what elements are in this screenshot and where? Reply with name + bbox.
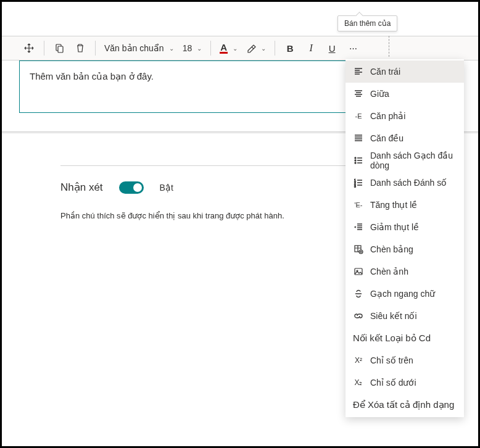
number-list-icon: 123: [353, 178, 364, 188]
separator: [275, 41, 275, 56]
outdent-icon: [353, 222, 364, 232]
font-size-dropdown[interactable]: 18 ⌄: [179, 38, 206, 58]
menu-label: Giảm thụt lề: [370, 222, 419, 232]
more-button[interactable]: ⋯: [343, 38, 363, 58]
text-editor[interactable]: Thêm văn bản của bạn ở đây.: [19, 60, 357, 113]
chevron-down-icon: ⌄: [261, 45, 266, 52]
menu-justify[interactable]: Căn đều: [346, 127, 464, 149]
menu-label: Căn trái: [370, 67, 400, 77]
image-icon: [353, 267, 364, 276]
menu-label: Giữa: [370, 89, 389, 99]
subscript-icon: X₂: [353, 378, 364, 387]
menu-align-right[interactable]: -E Căn phải: [346, 105, 464, 127]
menu-label: Siêu kết nối: [370, 311, 417, 321]
align-right-icon: -E: [353, 112, 364, 120]
menu-bullet-list[interactable]: Danh sách Gạch đầu dòng: [346, 149, 464, 172]
chevron-down-icon: ⌄: [197, 45, 202, 52]
menu-label: Danh sách Đánh số: [370, 178, 447, 188]
comments-section: Nhận xét Bật Phần chú thích sẽ được hiển…: [60, 165, 355, 220]
font-size-value: 18: [183, 43, 192, 53]
menu-insert-image[interactable]: Chèn ảnh: [346, 260, 464, 283]
svg-rect-10: [355, 268, 362, 275]
align-center-icon: [353, 89, 364, 99]
justify-icon: [353, 133, 364, 143]
svg-point-4: [355, 162, 356, 164]
page-dash: [389, 36, 389, 57]
menu-number-list[interactable]: 123 Danh sách Đánh số: [346, 172, 464, 194]
menu-label: Nối kết Loại bỏ Cd: [353, 333, 431, 344]
comments-title: Nhận xét: [60, 181, 103, 194]
indent-icon: 'E-: [353, 201, 364, 209]
chevron-down-icon: ⌄: [233, 45, 238, 52]
menu-align-center[interactable]: Giữa: [346, 83, 464, 105]
menu-label: Gạch ngang chữ: [370, 289, 435, 299]
italic-button[interactable]: I: [301, 38, 321, 58]
menu-clear-format[interactable]: Để Xóa tất cả định dạng: [346, 394, 464, 416]
separator: [95, 41, 96, 56]
menu-align-left[interactable]: Căn trái: [346, 60, 464, 83]
strikethrough-icon: [353, 289, 364, 299]
font-color-dropdown[interactable]: A ⌄: [216, 38, 241, 58]
chevron-down-icon: ⌄: [169, 45, 174, 52]
highlight-icon: [246, 43, 256, 53]
menu-label: Danh sách Gạch đầu dòng: [370, 151, 457, 170]
table-icon: [353, 244, 364, 254]
link-icon: [353, 311, 364, 321]
font-color-icon: A: [220, 43, 228, 54]
toolbar: Văn bản chuẩn ⌄ 18 ⌄ A ⌄ ⌄ B I U ⋯: [2, 36, 478, 60]
editor-placeholder: Thêm văn bản của bạn ở đây.: [30, 71, 347, 82]
comments-note: Phần chú thích sẽ được hiển thị sau khi …: [60, 211, 355, 220]
menu-insert-table[interactable]: Chèn bảng: [346, 238, 464, 260]
menu-outdent[interactable]: Giảm thụt lề: [346, 216, 464, 238]
svg-rect-1: [58, 46, 63, 52]
underline-button[interactable]: U: [322, 38, 342, 58]
menu-label: Tăng thụt lề: [370, 200, 417, 210]
toggle-label: Bật: [160, 183, 173, 193]
menu-superscript[interactable]: X² Chỉ số trên: [346, 349, 464, 371]
highlight-dropdown[interactable]: ⌄: [242, 38, 270, 58]
text-style-label: Văn bản chuẩn: [104, 43, 164, 53]
separator: [44, 41, 44, 56]
bold-button[interactable]: B: [280, 38, 300, 58]
menu-subscript[interactable]: X₂ Chỉ số dưới: [346, 371, 464, 394]
menu-remove-link[interactable]: Nối kết Loại bỏ Cd: [346, 327, 464, 349]
menu-label: Chỉ số trên: [370, 355, 413, 365]
menu-label: Chỉ số dưới: [370, 378, 416, 388]
menu-indent[interactable]: 'E- Tăng thụt lề: [346, 194, 464, 216]
tooltip-more: Bán thêm của: [337, 15, 397, 31]
superscript-icon: X²: [353, 356, 364, 365]
svg-point-3: [355, 160, 356, 161]
menu-label: Để Xóa tất cả định dạng: [353, 399, 454, 410]
menu-hyperlink[interactable]: Siêu kết nối: [346, 305, 464, 327]
svg-text:3: 3: [354, 185, 356, 188]
copy-icon[interactable]: [49, 38, 69, 58]
menu-label: Chèn ảnh: [370, 267, 408, 276]
align-left-icon: [353, 67, 364, 77]
menu-label: Chèn bảng: [370, 244, 413, 254]
menu-label: Căn phải: [370, 111, 405, 121]
move-icon[interactable]: [19, 38, 39, 58]
separator: [210, 41, 211, 56]
divider: [60, 165, 355, 166]
bullet-list-icon: [353, 156, 364, 165]
menu-strikethrough[interactable]: Gạch ngang chữ: [346, 283, 464, 305]
text-style-dropdown[interactable]: Văn bản chuẩn ⌄: [101, 38, 178, 58]
more-menu: Căn trái Giữa -E Căn phải Căn đều Danh s…: [346, 59, 464, 417]
svg-point-2: [355, 157, 356, 159]
comments-toggle[interactable]: [119, 181, 144, 194]
delete-icon[interactable]: [70, 38, 90, 58]
menu-label: Căn đều: [370, 133, 403, 143]
